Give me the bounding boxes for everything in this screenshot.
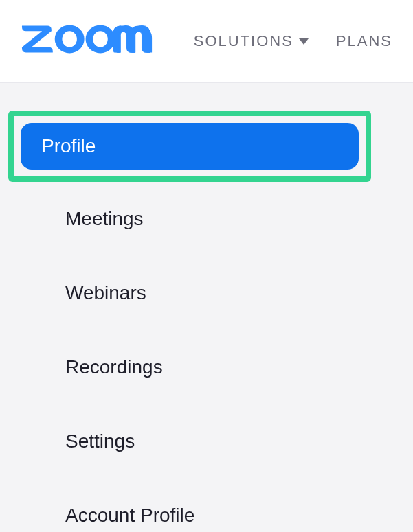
sidebar-item-label: Settings xyxy=(65,430,135,452)
sidebar-item-recordings[interactable]: Recordings xyxy=(45,344,371,391)
sidebar: Profile Meetings Webinars Recordings Set… xyxy=(0,111,371,532)
sidebar-item-label: Meetings xyxy=(65,208,144,229)
top-nav: SOLUTIONS PLANS xyxy=(194,32,392,50)
sidebar-item-webinars[interactable]: Webinars xyxy=(45,270,371,316)
sidebar-item-settings[interactable]: Settings xyxy=(45,418,371,465)
sidebar-item-label: Account Profile xyxy=(65,505,194,526)
content-area: Profile Meetings Webinars Recordings Set… xyxy=(0,82,413,532)
nav-plans[interactable]: PLANS xyxy=(336,32,392,50)
sidebar-item-label: Webinars xyxy=(65,282,146,303)
sidebar-item-label: Recordings xyxy=(65,356,163,378)
sidebar-item-label: Profile xyxy=(41,135,96,157)
sidebar-links: Meetings Webinars Recordings Settings Ac… xyxy=(7,196,371,532)
nav-solutions-label: SOLUTIONS xyxy=(194,32,293,50)
svg-point-2 xyxy=(62,31,76,47)
header: SOLUTIONS PLANS xyxy=(0,0,413,82)
chevron-down-icon xyxy=(299,38,309,45)
sidebar-item-profile[interactable]: Profile xyxy=(21,123,359,170)
zoom-logo[interactable] xyxy=(21,19,155,64)
sidebar-item-meetings[interactable]: Meetings xyxy=(45,196,371,242)
svg-point-3 xyxy=(93,31,107,47)
sidebar-item-account-profile[interactable]: Account Profile xyxy=(45,492,371,532)
highlight-box: Profile xyxy=(8,111,371,182)
nav-solutions[interactable]: SOLUTIONS xyxy=(194,32,309,50)
nav-plans-label: PLANS xyxy=(336,32,392,50)
